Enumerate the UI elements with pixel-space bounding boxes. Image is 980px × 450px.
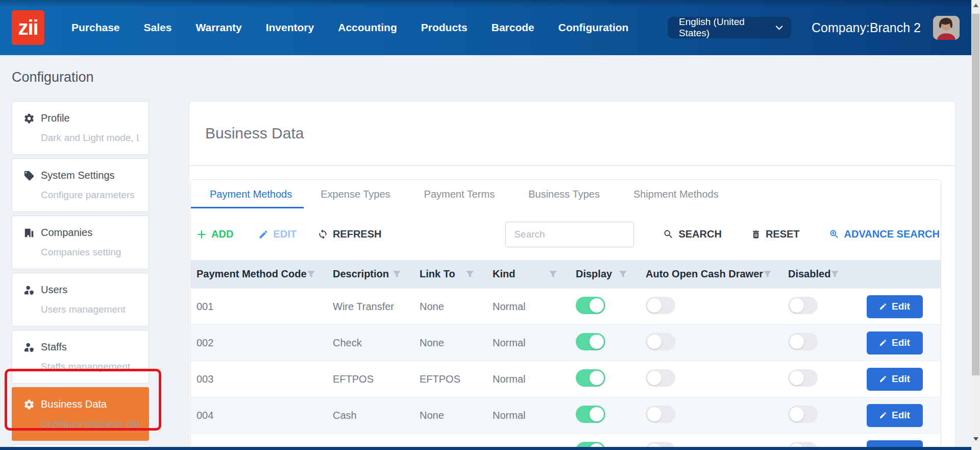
cell-kind: Normal [487,301,571,313]
disabled-toggle[interactable] [788,297,818,314]
pencil-icon [879,411,887,419]
scrollbar-thumb[interactable] [972,14,979,375]
auto-open-cash-drawer-toggle[interactable] [646,297,675,314]
plus-icon [197,229,207,240]
sidebar-item-description: Configure business data [41,418,139,430]
tab-expense-types[interactable]: Expense Types [304,180,407,208]
search-button[interactable]: SEARCH [663,228,721,240]
column-header-link-to[interactable]: Link To [414,268,487,280]
sidebar-item-staffs[interactable]: Staffs Staffs manangement [12,330,149,384]
gear-icon [23,113,35,124]
sidebar-item-description: Staffs manangement [41,361,139,372]
nav-item-warranty[interactable]: Warranty [195,21,241,34]
tab-bar: Payment Methods Expense Types Payment Te… [191,180,941,208]
pencil-icon [879,339,887,347]
sidebar-item-label: Users [41,284,67,296]
filter-funnel-icon[interactable] [307,270,315,278]
display-toggle[interactable] [576,333,605,350]
auto-open-cash-drawer-toggle[interactable] [646,406,675,423]
display-toggle[interactable] [576,406,605,423]
scroll-down-arrow-icon[interactable] [971,435,980,443]
sidebar-item-users[interactable]: Users Users management [12,273,149,326]
sidebar-item-profile[interactable]: Profile Dark and Light mode, L... [12,101,149,155]
filter-funnel-icon[interactable] [763,270,772,278]
tab-payment-methods[interactable]: Payment Methods [191,180,304,208]
sidebar-item-label: Companies [41,227,92,239]
chevron-down-icon [774,22,784,33]
filter-funnel-icon[interactable] [393,270,401,278]
column-header-description[interactable]: Description [328,268,414,280]
scroll-up-arrow-icon[interactable] [971,1,980,10]
column-header-auto-open-cash-drawer[interactable]: Auto Open Cash Drawer [641,268,783,280]
nav-item-accounting[interactable]: Accounting [338,21,397,34]
table-row: 004 Cash None Normal Edit [191,397,941,433]
tag-icon [23,170,35,181]
tab-shipment-methods[interactable]: Shipment Methods [617,180,736,208]
sidebar-item-system-settings[interactable]: System Settings Configure parameters [12,158,149,212]
nav-item-inventory[interactable]: Inventory [266,21,314,34]
table-row: 002 Check None Normal Edit [191,324,941,361]
advance-search-button[interactable]: ADVANCE SEARCH [829,228,940,240]
row-edit-button[interactable]: Edit [867,404,923,427]
display-toggle[interactable] [576,297,605,314]
filter-funnel-icon[interactable] [549,270,557,278]
row-edit-button[interactable]: Edit [867,368,923,391]
filter-funnel-icon[interactable] [465,270,474,278]
cell-kind: Normal [487,337,571,349]
filter-funnel-icon[interactable] [619,270,627,278]
sidebar-item-description: Companies setting [41,247,139,258]
nav-menu: Purchase Sales Warranty Inventory Accoun… [71,21,628,34]
cell-payment-method-code: 001 [191,301,328,313]
sidebar-item-description: Dark and Light mode, L... [41,132,139,144]
filter-funnel-icon[interactable] [830,270,839,278]
tab-payment-terms[interactable]: Payment Terms [407,180,512,208]
avatar-image [933,16,960,40]
disabled-toggle[interactable] [788,369,818,387]
search-icon [663,229,674,240]
sidebar-item-companies[interactable]: Companies Companies setting [12,216,149,269]
sidebar-item-description: Users management [41,304,139,315]
nav-item-configuration[interactable]: Configuration [558,21,629,34]
column-header-payment-method-code[interactable]: Payment Method Code [191,268,328,280]
company-branch-label[interactable]: Company:Branch 2 [812,20,921,35]
table-container: Payment Methods Expense Types Payment Te… [190,179,941,450]
refresh-button[interactable]: REFRESH [317,228,382,240]
sidebar-item-label: Staffs [41,341,67,353]
cell-description: Cash [328,410,414,421]
panel-title: Business Data [205,125,304,142]
table-header-row: Payment Method Code Description Link To … [191,260,941,288]
sidebar-item-label: Profile [41,112,70,124]
language-selector[interactable]: English (United States) [668,17,791,38]
browser-scrollbar[interactable] [971,0,980,450]
disabled-toggle[interactable] [788,333,818,350]
auto-open-cash-drawer-toggle[interactable] [646,369,675,387]
tab-business-types[interactable]: Business Types [511,180,617,208]
sidebar-item-label: System Settings [41,170,115,181]
sidebar-item-business-data[interactable]: Business Data Configure business data [12,387,149,441]
cell-payment-method-code: 003 [191,373,328,385]
user-shield-icon [23,342,35,353]
user-avatar[interactable] [933,16,960,40]
nav-item-purchase[interactable]: Purchase [71,21,120,34]
disabled-toggle[interactable] [788,406,818,423]
display-toggle[interactable] [576,369,605,387]
row-edit-button[interactable]: Edit [867,331,923,354]
column-header-disabled[interactable]: Disabled [783,268,848,280]
auto-open-cash-drawer-toggle[interactable] [646,333,675,350]
nav-item-products[interactable]: Products [421,21,468,34]
nav-item-barcode[interactable]: Barcode [492,21,534,34]
nav-item-sales[interactable]: Sales [144,21,172,34]
reset-button[interactable]: RESET [751,228,800,240]
pencil-icon [258,229,268,240]
add-button[interactable]: ADD [197,228,233,240]
app-logo[interactable]: zii [12,10,44,45]
table-row: 001 Wire Transfer None Normal Edit [191,288,941,324]
business-data-panel: Business Data Payment Methods Expense Ty… [189,101,955,450]
pencil-icon [879,375,887,383]
column-header-kind[interactable]: Kind [487,268,571,280]
row-edit-button[interactable]: Edit [867,295,923,318]
edit-button[interactable]: EDIT [258,228,297,240]
column-header-display[interactable]: Display [571,268,641,280]
pencil-icon [879,302,887,311]
search-input[interactable] [505,222,634,247]
